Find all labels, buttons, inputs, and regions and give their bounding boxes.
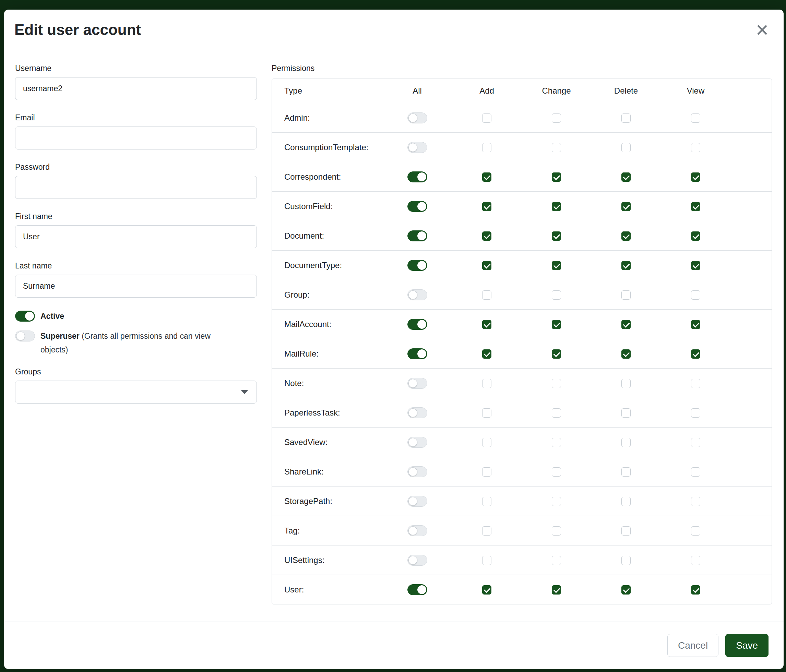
permission-delete-checkbox[interactable] <box>621 556 630 565</box>
permission-delete-checkbox[interactable] <box>621 231 630 241</box>
permission-all-toggle[interactable] <box>407 319 427 330</box>
permission-add-checkbox[interactable] <box>482 467 491 477</box>
permission-add-checkbox[interactable] <box>482 320 491 329</box>
permission-all-toggle[interactable] <box>407 260 427 271</box>
permission-add-checkbox[interactable] <box>482 113 491 123</box>
permission-all-toggle[interactable] <box>407 201 427 212</box>
permission-change-checkbox[interactable] <box>552 408 561 418</box>
username-input[interactable] <box>15 77 257 100</box>
first-name-input[interactable] <box>15 225 257 248</box>
permission-add-checkbox[interactable] <box>482 231 491 241</box>
permission-change-checkbox[interactable] <box>552 556 561 565</box>
permission-view-checkbox[interactable] <box>691 585 700 595</box>
permission-add-checkbox[interactable] <box>482 261 491 270</box>
permission-delete-checkbox[interactable] <box>621 173 630 182</box>
permission-all-toggle[interactable] <box>407 142 427 153</box>
permission-all-toggle[interactable] <box>407 584 427 595</box>
permission-delete-checkbox[interactable] <box>621 261 630 270</box>
permission-add-checkbox[interactable] <box>482 438 491 447</box>
permission-delete-checkbox[interactable] <box>621 467 630 477</box>
permission-add-checkbox[interactable] <box>482 349 491 359</box>
permission-add-checkbox[interactable] <box>482 585 491 595</box>
permission-delete-checkbox[interactable] <box>621 113 630 123</box>
save-button[interactable]: Save <box>725 634 769 657</box>
permission-change-checkbox[interactable] <box>552 202 561 211</box>
permission-delete-checkbox[interactable] <box>621 143 630 152</box>
permission-all-toggle[interactable] <box>407 437 427 448</box>
permission-all-toggle[interactable] <box>407 289 427 300</box>
permission-view-checkbox[interactable] <box>691 408 700 418</box>
active-toggle[interactable] <box>15 311 35 322</box>
permission-view-checkbox[interactable] <box>691 173 700 182</box>
groups-select[interactable] <box>15 381 257 404</box>
permission-view-checkbox[interactable] <box>691 231 700 241</box>
permission-add-checkbox[interactable] <box>482 173 491 182</box>
permission-view-checkbox[interactable] <box>691 497 700 506</box>
permission-add-checkbox[interactable] <box>482 556 491 565</box>
permission-delete-checkbox[interactable] <box>621 526 630 535</box>
permission-all-toggle[interactable] <box>407 466 427 477</box>
permission-add-checkbox[interactable] <box>482 379 491 388</box>
cancel-button[interactable]: Cancel <box>667 634 718 657</box>
permission-delete-checkbox[interactable] <box>621 202 630 211</box>
permission-add-checkbox[interactable] <box>482 202 491 211</box>
permission-view-checkbox[interactable] <box>691 467 700 477</box>
permission-view-checkbox[interactable] <box>691 379 700 388</box>
permission-change-checkbox[interactable] <box>552 143 561 152</box>
password-input[interactable] <box>15 176 257 199</box>
permission-delete-checkbox[interactable] <box>621 497 630 506</box>
permission-view-checkbox[interactable] <box>691 290 700 300</box>
permission-change-checkbox[interactable] <box>552 320 561 329</box>
permission-add-checkbox[interactable] <box>482 143 491 152</box>
permission-view-checkbox[interactable] <box>691 261 700 270</box>
permission-all-toggle[interactable] <box>407 231 427 241</box>
superuser-toggle[interactable] <box>15 331 35 341</box>
email-input[interactable] <box>15 127 257 149</box>
permission-add-checkbox[interactable] <box>482 526 491 535</box>
permission-change-checkbox[interactable] <box>552 349 561 359</box>
permission-view-checkbox[interactable] <box>691 349 700 359</box>
permission-delete-checkbox[interactable] <box>621 320 630 329</box>
permission-all-toggle[interactable] <box>407 349 427 359</box>
permission-view-checkbox[interactable] <box>691 556 700 565</box>
toggle-knob <box>409 290 417 299</box>
permission-delete-checkbox[interactable] <box>621 438 630 447</box>
permission-add-checkbox[interactable] <box>482 497 491 506</box>
permission-add-checkbox[interactable] <box>482 408 491 418</box>
permission-all-toggle[interactable] <box>407 555 427 566</box>
permission-change-checkbox[interactable] <box>552 438 561 447</box>
permission-change-checkbox[interactable] <box>552 526 561 535</box>
permission-change-checkbox[interactable] <box>552 467 561 477</box>
permission-change-checkbox[interactable] <box>552 497 561 506</box>
close-icon[interactable]: × <box>752 17 772 42</box>
permission-all-toggle[interactable] <box>407 496 427 507</box>
permission-delete-checkbox[interactable] <box>621 349 630 359</box>
permission-change-checkbox[interactable] <box>552 231 561 241</box>
permission-delete-checkbox[interactable] <box>621 379 630 388</box>
permission-row: StoragePath: <box>272 486 772 516</box>
permission-change-checkbox[interactable] <box>552 585 561 595</box>
permission-all-toggle[interactable] <box>407 525 427 536</box>
permission-view-checkbox[interactable] <box>691 438 700 447</box>
permission-view-checkbox[interactable] <box>691 143 700 152</box>
permission-all-toggle[interactable] <box>407 378 427 389</box>
permission-view-checkbox[interactable] <box>691 202 700 211</box>
permission-all-toggle[interactable] <box>407 113 427 123</box>
permission-row: PaperlessTask: <box>272 398 772 427</box>
permission-change-checkbox[interactable] <box>552 113 561 123</box>
permission-delete-checkbox[interactable] <box>621 585 630 595</box>
permission-view-checkbox[interactable] <box>691 526 700 535</box>
permission-all-toggle[interactable] <box>407 407 427 418</box>
permission-change-checkbox[interactable] <box>552 290 561 300</box>
permission-view-checkbox[interactable] <box>691 113 700 123</box>
permission-delete-checkbox[interactable] <box>621 408 630 418</box>
permission-all-toggle[interactable] <box>407 171 427 182</box>
permission-change-checkbox[interactable] <box>552 261 561 270</box>
permission-view-checkbox[interactable] <box>691 320 700 329</box>
groups-select-box[interactable] <box>15 381 257 404</box>
permission-change-checkbox[interactable] <box>552 173 561 182</box>
last-name-input[interactable] <box>15 275 257 298</box>
permission-change-checkbox[interactable] <box>552 379 561 388</box>
permission-delete-checkbox[interactable] <box>621 290 630 300</box>
permission-add-checkbox[interactable] <box>482 290 491 300</box>
